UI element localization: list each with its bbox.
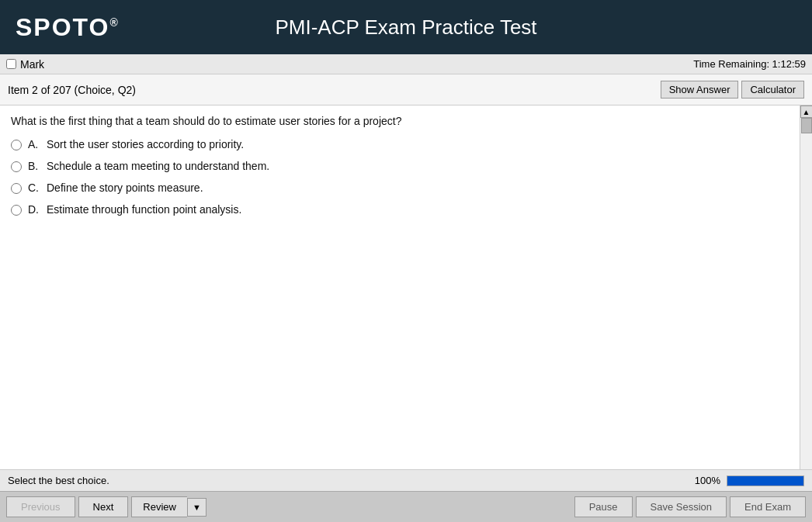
progress-pct: 100% [695, 475, 720, 486]
option-text-3: Estimate through function point analysis… [47, 203, 241, 216]
review-button[interactable]: Review [131, 496, 187, 517]
scrollbar-track[interactable]: ▲ [800, 105, 812, 469]
time-remaining: Time Remaining: 1:12:59 [693, 58, 806, 70]
logo-text: SPOTO [16, 13, 109, 41]
end-exam-button[interactable]: End Exam [730, 496, 806, 517]
progress-bar [727, 475, 804, 486]
option-text-1: Schedule a team meeting to understand th… [47, 160, 269, 172]
option-row-1: B.Schedule a team meeting to understand … [11, 160, 789, 172]
mark-bar: Mark Time Remaining: 1:12:59 [0, 54, 812, 74]
review-button-wrap: Review ▼ [131, 496, 206, 517]
progress-area: 100% [695, 475, 804, 486]
app-header: SPOTO® PMI-ACP Exam Practice Test [0, 0, 812, 54]
question-body: What is the first thing that a team shou… [0, 105, 800, 469]
status-text: Select the best choice. [8, 475, 109, 486]
review-dropdown-arrow[interactable]: ▼ [187, 498, 206, 517]
next-button[interactable]: Next [78, 496, 129, 517]
mark-area[interactable]: Mark [6, 58, 44, 71]
left-nav: Previous Next Review ▼ [6, 496, 206, 517]
option-label-3: D.Estimate through function point analys… [28, 203, 241, 216]
option-label-0: A.Sort the user stories according to pri… [28, 138, 244, 150]
scroll-thumb[interactable] [801, 118, 812, 133]
scroll-up-arrow[interactable]: ▲ [800, 105, 813, 118]
question-text: What is the first thing that a team shou… [11, 115, 789, 127]
option-letter-2: C. [28, 181, 43, 194]
option-letter-0: A. [28, 138, 43, 150]
mark-checkbox[interactable] [6, 59, 16, 69]
calculator-button[interactable]: Calculator [741, 81, 804, 99]
option-letter-3: D. [28, 203, 43, 216]
option-row-2: C.Define the story points measure. [11, 181, 789, 194]
option-row-3: D.Estimate through function point analys… [11, 203, 789, 216]
option-radio-3[interactable] [11, 205, 22, 216]
save-session-button[interactable]: Save Session [636, 496, 727, 517]
app-title: PMI-ACP Exam Practice Test [275, 16, 536, 40]
right-nav: Pause Save Session End Exam [574, 496, 806, 517]
previous-button[interactable]: Previous [6, 496, 75, 517]
option-row-0: A.Sort the user stories according to pri… [11, 138, 789, 150]
content-area: What is the first thing that a team shou… [0, 105, 812, 469]
main-content: Item 2 of 207 (Choice, Q2) Show Answer C… [0, 74, 812, 491]
question-buttons: Show Answer Calculator [661, 81, 804, 99]
progress-bar-fill [727, 476, 803, 486]
options-list: A.Sort the user stories according to pri… [11, 138, 789, 216]
option-label-1: B.Schedule a team meeting to understand … [28, 160, 269, 172]
logo-sup: ® [109, 16, 119, 29]
option-radio-1[interactable] [11, 161, 22, 172]
logo: SPOTO® [16, 13, 120, 42]
question-header: Item 2 of 207 (Choice, Q2) Show Answer C… [0, 74, 812, 105]
option-letter-1: B. [28, 160, 43, 172]
option-text-2: Define the story points measure. [47, 181, 203, 194]
option-label-2: C.Define the story points measure. [28, 181, 203, 194]
item-info: Item 2 of 207 (Choice, Q2) [8, 84, 136, 96]
bottom-nav: Previous Next Review ▼ Pause Save Sessio… [0, 491, 812, 522]
mark-label: Mark [20, 58, 44, 71]
status-bar: Select the best choice. 100% [0, 469, 812, 491]
option-radio-2[interactable] [11, 183, 22, 194]
option-text-0: Sort the user stories according to prior… [47, 138, 244, 150]
option-radio-0[interactable] [11, 140, 22, 150]
show-answer-button[interactable]: Show Answer [661, 81, 739, 99]
pause-button[interactable]: Pause [574, 496, 633, 517]
